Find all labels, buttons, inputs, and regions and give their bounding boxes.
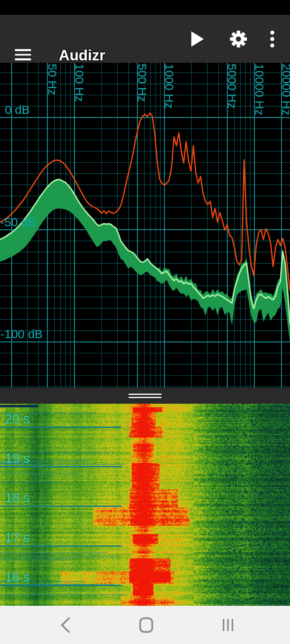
freq-axis-label: 500 Hz: [135, 64, 149, 102]
gear-icon: [229, 30, 248, 48]
navigation-bar: [0, 606, 290, 644]
freq-axis-label: 50 Hz: [46, 64, 59, 95]
settings-button[interactable]: [227, 15, 250, 63]
app-toolbar: Audizr: [0, 15, 290, 63]
play-icon: [191, 31, 204, 47]
phone-screen: Audizr: [0, 0, 290, 644]
recents-bars-icon: [222, 618, 234, 632]
time-axis-label: 17 s: [5, 530, 30, 545]
time-axis-label: 16 s: [5, 570, 30, 585]
app-title: Audizr: [59, 47, 105, 64]
back-chevron-icon: [60, 617, 70, 633]
three-dot-menu-icon: [270, 30, 275, 48]
spectrogram-canvas[interactable]: [0, 404, 290, 606]
status-bar: [0, 0, 290, 15]
play-button[interactable]: [186, 15, 209, 63]
back-button[interactable]: [41, 606, 89, 644]
db-axis-label: -50 dB: [0, 215, 36, 229]
freq-axis-label: 5000 Hz: [225, 64, 239, 109]
freq-axis-label: 1000 Hz: [162, 64, 176, 109]
time-axis-label: 18 s: [5, 490, 30, 506]
db-axis-label: -100 dB: [0, 327, 43, 341]
recents-button[interactable]: [204, 606, 252, 644]
overflow-menu-button[interactable]: [262, 15, 283, 63]
plot-divider-handle[interactable]: [0, 388, 290, 404]
handle-line: [128, 397, 162, 398]
spectrum-plot[interactable]: 50 Hz100 Hz500 Hz1000 Hz5000 Hz10000 Hz2…: [0, 63, 290, 388]
freq-axis-label: 20000 Hz: [280, 64, 290, 115]
freq-axis-label: 10000 Hz: [253, 64, 266, 115]
time-axis-label: 20 s: [5, 411, 30, 427]
home-squircle-icon: [139, 617, 153, 633]
home-button[interactable]: [122, 606, 170, 644]
db-axis-label: 0 dB: [5, 103, 30, 117]
hamburger-menu-icon[interactable]: [15, 49, 31, 60]
freq-axis-label: 100 Hz: [72, 64, 86, 102]
spectrogram[interactable]: 20 s19 s18 s17 s16 s: [0, 404, 290, 606]
handle-line: [128, 394, 162, 395]
time-axis-label: 19 s: [5, 451, 30, 466]
